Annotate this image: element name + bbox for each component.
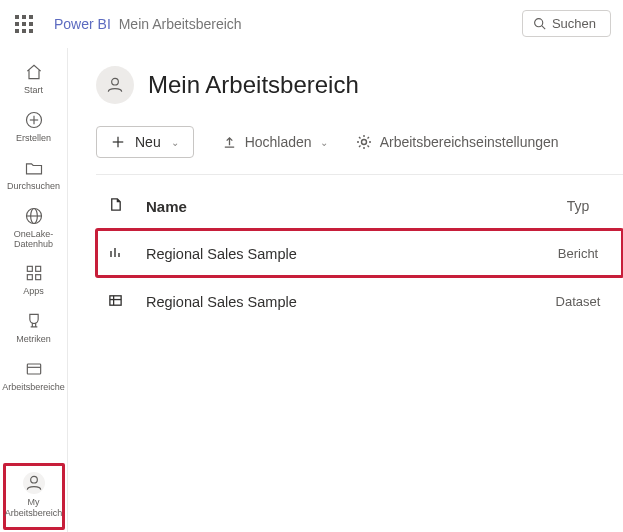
svg-point-15 (112, 78, 119, 85)
svg-rect-11 (35, 275, 40, 280)
row-name: Regional Sales Sample (146, 246, 533, 262)
upload-label: Hochladen (245, 134, 312, 150)
svg-point-14 (30, 477, 37, 484)
svg-point-18 (361, 140, 366, 145)
apps-icon (24, 263, 44, 283)
table-header: Name Typ (96, 175, 623, 229)
table-row[interactable]: Regional Sales Sample Dataset (96, 277, 623, 325)
column-type[interactable]: Typ (533, 198, 623, 214)
nav-metrics-label: Metriken (16, 335, 51, 345)
nav-workspaces-label: Arbeitsbereiche (2, 383, 65, 393)
row-type: Bericht (533, 246, 623, 261)
nav-create[interactable]: Erstellen (4, 104, 64, 152)
trophy-icon (24, 311, 44, 331)
person-icon (23, 472, 45, 494)
search-label: Suchen (552, 16, 596, 31)
plus-circle-icon (24, 110, 44, 130)
nav-my-label1: My (28, 498, 40, 508)
workspaces-icon (24, 359, 44, 379)
column-name[interactable]: Name (146, 198, 533, 215)
globe-icon (24, 206, 44, 226)
page-title: Mein Arbeitsbereich (148, 71, 359, 99)
search-icon (533, 17, 546, 30)
workspace-avatar (96, 66, 134, 104)
search-button[interactable]: Suchen (522, 10, 611, 37)
left-nav-rail: Start Erstellen Durchsuchen OneLake-Date… (0, 48, 68, 532)
folder-icon (24, 158, 44, 178)
nav-apps-label: Apps (23, 287, 44, 297)
new-button[interactable]: Neu ⌄ (96, 126, 194, 158)
svg-point-0 (535, 19, 543, 27)
svg-rect-8 (27, 267, 32, 272)
nav-browse-label: Durchsuchen (7, 182, 60, 192)
nav-metrics[interactable]: Metriken (4, 305, 64, 353)
home-icon (24, 62, 44, 82)
row-name: Regional Sales Sample (146, 294, 533, 310)
gear-icon (356, 134, 372, 150)
svg-rect-22 (110, 295, 121, 304)
upload-icon (222, 135, 237, 150)
app-launcher-icon[interactable] (12, 12, 36, 36)
nav-create-label: Erstellen (16, 134, 51, 144)
settings-label: Arbeitsbereichseinstellungen (380, 134, 559, 150)
chevron-down-icon: ⌄ (320, 137, 328, 148)
table-row[interactable]: Regional Sales Sample Bericht (96, 229, 623, 277)
svg-rect-10 (27, 275, 32, 280)
workspace-settings-button[interactable]: Arbeitsbereichseinstellungen (356, 134, 559, 150)
chevron-down-icon: ⌄ (171, 137, 179, 148)
upload-button[interactable]: Hochladen ⌄ (222, 134, 328, 150)
person-icon (105, 75, 125, 95)
nav-apps[interactable]: Apps (4, 257, 64, 305)
svg-rect-9 (35, 267, 40, 272)
new-button-label: Neu (135, 134, 161, 150)
nav-onelake[interactable]: OneLake-Datenhub (4, 200, 64, 258)
svg-line-1 (542, 26, 545, 29)
report-icon (108, 244, 124, 260)
dataset-icon (108, 293, 123, 308)
breadcrumb-workspace: Mein Arbeitsbereich (119, 16, 242, 32)
nav-my-workspace[interactable]: My Arbeitsbereich (3, 463, 65, 530)
svg-rect-12 (27, 364, 40, 374)
nav-my-label2: Arbeitsbereich (5, 509, 63, 519)
nav-workspaces[interactable]: Arbeitsbereiche (4, 353, 64, 401)
nav-start-label: Start (24, 86, 43, 96)
row-type: Dataset (533, 294, 623, 309)
nav-start[interactable]: Start (4, 56, 64, 104)
plus-icon (111, 135, 125, 149)
brand-name: Power BI (54, 16, 111, 32)
file-icon (108, 197, 123, 212)
nav-onelake-label: OneLake-Datenhub (4, 230, 64, 250)
nav-browse[interactable]: Durchsuchen (4, 152, 64, 200)
breadcrumb[interactable]: Power BI Mein Arbeitsbereich (54, 16, 242, 32)
